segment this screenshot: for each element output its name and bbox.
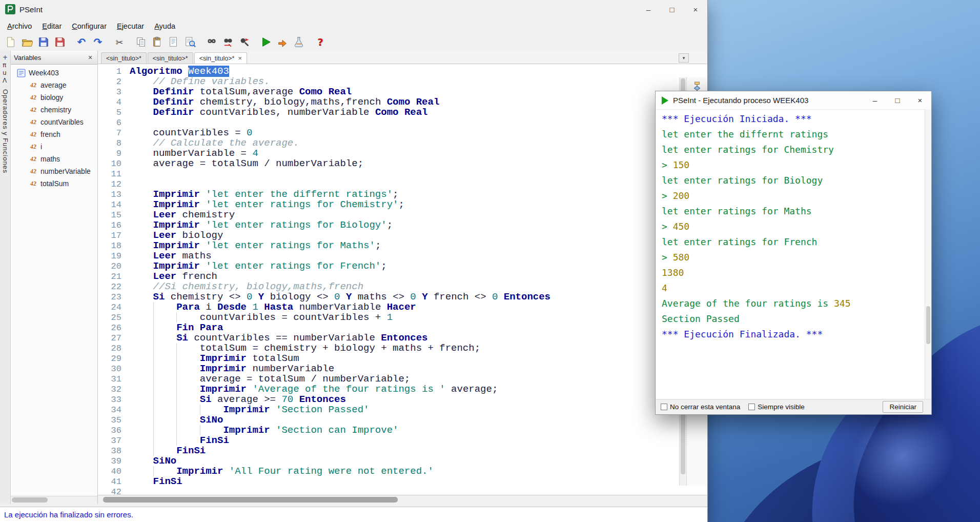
code-line[interactable]: 25countVaribles = countVaribles + 1	[98, 312, 679, 323]
code-line[interactable]: 8// Calculate the average.	[98, 138, 679, 148]
variables-panel-scrollbar[interactable]	[11, 496, 97, 504]
code-line[interactable]: 22//Si chemistry, biology,maths,french	[98, 282, 679, 292]
code-line[interactable]: 38FinSi	[98, 446, 679, 456]
code-line[interactable]: 27Si countVaribles == numberVariable Ent…	[98, 333, 679, 343]
code-line[interactable]: 16Imprimir 'let enter ratings for Biolog…	[98, 220, 679, 230]
maximize-button[interactable]: □	[660, 0, 684, 18]
run-step-button[interactable]	[275, 35, 290, 49]
variable-item[interactable]: 42average	[11, 79, 97, 91]
help-button[interactable]: ?	[313, 35, 328, 49]
close-button[interactable]: ×	[684, 0, 707, 18]
variable-item[interactable]: 42i	[11, 140, 97, 153]
save-button[interactable]	[36, 35, 51, 49]
code-line[interactable]: 6	[98, 117, 679, 128]
code-line[interactable]: 10average = totalSum / numberVariable;	[98, 158, 679, 169]
code-line[interactable]: 12	[98, 179, 679, 189]
code-line[interactable]: 21Leer french	[98, 271, 679, 282]
minimize-button[interactable]: –	[637, 0, 660, 18]
cut-button[interactable]: ✂	[112, 35, 127, 49]
code-line[interactable]: 42	[98, 487, 679, 495]
code-line[interactable]: 35SiNo	[98, 415, 679, 425]
code-line[interactable]: 5Definir countVaribles, numberVariable C…	[98, 107, 679, 117]
code-editor[interactable]: 1Algoritmo Week4032// Define variables.3…	[98, 64, 679, 495]
code-line[interactable]: 2// Define variables.	[98, 76, 679, 87]
console-close-button[interactable]: ×	[909, 91, 931, 109]
save-as-button[interactable]	[52, 35, 68, 49]
variables-panel-close-icon[interactable]: ×	[86, 53, 94, 62]
goto-button[interactable]	[237, 35, 252, 49]
code-line[interactable]: 28totalSum = chemistry + biology + maths…	[98, 343, 679, 353]
syntax-check-button[interactable]	[182, 35, 198, 49]
menu-editar[interactable]: Editar	[37, 20, 67, 32]
code-line[interactable]: 26Fin Para	[98, 323, 679, 333]
code-line[interactable]: 18Imprimir 'let enter ratings for Maths'…	[98, 240, 679, 251]
variable-item[interactable]: 42french	[11, 128, 97, 140]
keep-open-checkbox[interactable]: No cerrar esta ventana	[661, 403, 740, 411]
always-visible-checkbox[interactable]: Siempre visible	[748, 403, 805, 411]
run-button[interactable]	[258, 35, 274, 49]
code-line[interactable]: 11	[98, 169, 679, 179]
redo-button[interactable]: ↷	[90, 35, 106, 49]
menu-archivo[interactable]: Archivo	[2, 20, 37, 32]
find-button[interactable]	[204, 35, 219, 49]
menu-ejecutar[interactable]: Ejecutar	[112, 20, 149, 32]
scrollbar-thumb[interactable]	[12, 497, 48, 503]
code-line[interactable]: 41FinSi	[98, 476, 679, 487]
edit-doc-button[interactable]	[166, 35, 181, 49]
variable-item[interactable]: 42numberVariable	[11, 165, 97, 177]
code-line[interactable]: 32Imprimir 'Average of the four ratings …	[98, 384, 679, 394]
code-line[interactable]: 39SiNo	[98, 456, 679, 466]
checkbox-icon[interactable]	[748, 404, 755, 410]
code-line[interactable]: 9numberVariable = 4	[98, 148, 679, 158]
code-line[interactable]: 14Imprimir 'let enter ratings for Chemis…	[98, 199, 679, 210]
undo-button[interactable]: ↶	[74, 35, 89, 49]
code-line[interactable]: 40Imprimir 'All Four rating were not ent…	[98, 466, 679, 476]
operators-panel-collapsed-tab[interactable]: +πuΛ Operadores y Funciones	[0, 51, 11, 504]
new-file-button[interactable]	[3, 35, 18, 49]
debug-button[interactable]	[291, 35, 307, 49]
code-line[interactable]: 33Si average >= 70 Entonces	[98, 394, 679, 405]
variable-item[interactable]: 42countVaribles	[11, 116, 97, 128]
code-line[interactable]: 24Para i Desde 1 Hasta numberVariable Ha…	[98, 302, 679, 312]
variable-item[interactable]: 42totalSum	[11, 177, 97, 190]
tab-sin-titulo-3[interactable]: <sin_titulo>*×	[194, 52, 247, 64]
replace-button[interactable]	[220, 35, 236, 49]
variable-item[interactable]: 42biology	[11, 91, 97, 104]
tab-close-icon[interactable]: ×	[238, 54, 242, 62]
code-line[interactable]: 20Imprimir 'let enter ratings for French…	[98, 261, 679, 271]
scrollbar-thumb[interactable]	[926, 306, 930, 344]
tab-sin-titulo-1[interactable]: <sin_titulo>*	[101, 52, 147, 64]
restart-button[interactable]: Reiniciar	[883, 401, 923, 413]
tab-list-dropdown-icon[interactable]: ▾	[679, 53, 689, 63]
code-line[interactable]: 19Leer maths	[98, 251, 679, 261]
code-line[interactable]: 29Imprimir totalSum	[98, 353, 679, 364]
console-minimize-button[interactable]: –	[864, 91, 886, 109]
console-scrollbar[interactable]	[925, 109, 931, 399]
paste-button[interactable]	[150, 35, 165, 49]
editor-horizontal-scrollbar[interactable]	[98, 495, 707, 504]
console-maximize-button[interactable]: □	[886, 91, 909, 109]
copy-button[interactable]	[133, 35, 149, 49]
code-line[interactable]: 23Si chemistry <> 0 Y biology <> 0 Y mat…	[98, 292, 679, 302]
menu-configurar[interactable]: Configurar	[67, 20, 112, 32]
code-line[interactable]: 34Imprimir 'Section Passed'	[98, 405, 679, 415]
code-line[interactable]: 30Imprimir numberVariable	[98, 364, 679, 374]
checkbox-icon[interactable]	[661, 404, 667, 410]
variable-item[interactable]: 42maths	[11, 153, 97, 165]
code-line[interactable]: 15Leer chemistry	[98, 210, 679, 220]
code-line[interactable]: 17Leer biology	[98, 230, 679, 240]
code-line[interactable]: 37FinSi	[98, 435, 679, 446]
code-line[interactable]: 7countVaribles = 0	[98, 128, 679, 138]
tab-sin-titulo-2[interactable]: <sin_titulo>*	[148, 52, 193, 64]
code-line[interactable]: 31average = totalSum / numberVariable;	[98, 374, 679, 384]
menu-ayuda[interactable]: Ayuda	[149, 20, 180, 32]
code-line[interactable]: 36Imprimir 'Section can Improve'	[98, 425, 679, 435]
variables-root-item[interactable]: Week403	[11, 67, 97, 79]
code-line[interactable]: 1Algoritmo Week403	[98, 66, 679, 76]
open-file-button[interactable]	[19, 35, 35, 49]
code-line[interactable]: 4Definir chemistry, biology,maths,french…	[98, 97, 679, 107]
code-line[interactable]: 3Definir totalSum,average Como Real	[98, 87, 679, 97]
code-line[interactable]: 13Imprimir 'let enter the differnt ratin…	[98, 189, 679, 199]
variable-item[interactable]: 42chemistry	[11, 104, 97, 116]
scrollbar-thumb[interactable]	[103, 497, 398, 503]
